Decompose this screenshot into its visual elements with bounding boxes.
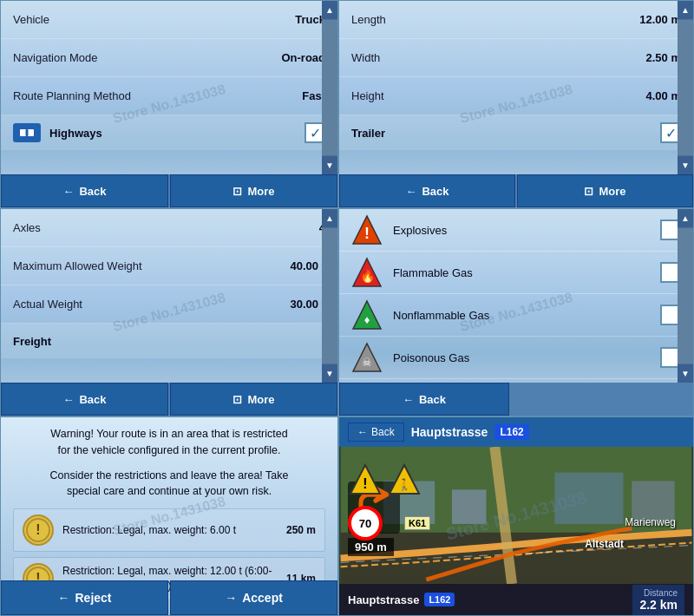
bottom-bar-3: ← Back ⊡ More [1,383,337,416]
svg-rect-2 [28,129,34,136]
height-value: 4.00 m [646,89,681,102]
distance-label: Distance [639,588,678,598]
length-label: Length [351,13,386,26]
warning-text-3: Consider the restrictions and leave the … [50,469,289,482]
restriction-text-1: Restriction: Legal, max. weight: 6.00 t [62,523,278,538]
back-label-4: Back [419,393,446,406]
back-label-2: Back [422,185,448,198]
trailer-label: Trailer [351,127,651,140]
distance-box: Distance 2.2 km [632,585,684,615]
scroll-down-btn-2[interactable]: ▼ [678,155,693,174]
more-icon-3: ⊡ [232,393,242,406]
map-back-icon: ← [357,426,368,438]
back-button-3[interactable]: ← Back [1,383,168,416]
scroll-down-btn-1[interactable]: ▼ [322,155,337,174]
max-weight-row: Maximum Allowed Weight 40.00 t [1,247,337,285]
pedestrian-sign: 🚶 [387,462,422,497]
scroll-up-btn-1[interactable]: ▲ [322,1,337,20]
reject-button[interactable]: ← Reject [1,580,168,615]
more-label-3: More [247,393,274,406]
scroll-up-btn-4[interactable]: ▲ [678,209,693,228]
warning-text-1: Warning! Your route is in an area that i… [50,428,287,440]
accept-label: Accept [242,591,283,605]
more-button-2[interactable]: ⊡ More [517,174,693,207]
poisonous-label: Poisonous Gas [393,351,650,364]
scroll-track-1 [322,20,337,155]
more-button-1[interactable]: ⊡ More [170,174,337,207]
axles-row: Axles 4 [1,209,337,247]
actual-weight-row: Actual Weight 30.00 t [1,285,337,324]
map-panel: ← Back Hauptstrasse L162 [338,416,694,616]
svg-text:☠: ☠ [362,356,372,369]
flammable-icon: 🔥 [351,257,383,288]
accept-button[interactable]: → Accept [170,580,337,615]
bottom-bar-4: ← Back [339,383,693,416]
length-row: Length 12.00 m [339,1,693,39]
nav-mode-label: Navigation Mode [13,51,98,64]
svg-text:🚶: 🚶 [397,477,412,492]
accept-arrow-icon: → [225,591,237,605]
width-value: 2.50 m [646,51,681,64]
map-back-label: Back [371,426,395,438]
more-icon-1: ⊡ [232,185,242,198]
back-button-1[interactable]: ← Back [1,174,168,207]
vehicle-row: Vehicle Truck [1,1,337,39]
height-label: Height [351,89,384,102]
restriction-label-1: Restriction: Legal, max. weight: 6.00 t [62,524,236,536]
scroll-up-btn-3[interactable]: ▲ [322,209,337,228]
warning-text-4: special care and continue at your own ri… [67,485,272,497]
back-arrow-icon-3: ← [62,393,74,406]
nonflammable-icon: ♦ [351,299,383,331]
width-label: Width [351,51,380,64]
warning-line1: Warning! Your route is in an area that i… [13,426,325,459]
scroll-down-btn-3[interactable]: ▼ [322,364,337,383]
back-arrow-icon-1: ← [62,185,74,198]
k61-badge: K61 [404,516,430,530]
scroll-track-4 [678,228,693,364]
map-street-badge: L162 [494,424,528,440]
map-back-button[interactable]: ← Back [348,423,404,442]
max-weight-label: Maximum Allowed Weight [13,259,142,272]
warning-text-2: for the vehicle configured in the curren… [57,444,280,456]
warning-sign: ! [348,462,383,497]
vehicle-label: Vehicle [13,13,49,26]
vehicle-value: Truck [295,13,325,26]
distance-value: 2.2 km [639,598,678,612]
nonflammable-label: Nonflammable Gas [393,309,650,322]
back-label-3: Back [79,393,106,406]
svg-text:!: ! [363,476,367,491]
map-bottom-badge: L162 [424,593,455,606]
highway-icon [13,123,41,142]
svg-text:🔥: 🔥 [360,269,376,284]
reject-accept-bar: ← Reject → Accept [1,580,337,615]
scroll-bar-2: ▲ ▼ [678,1,693,174]
route-planning-label: Route Planning Method [13,89,131,102]
freight-label: Freight [13,335,325,348]
map-top-bar: ← Back Hauptstrasse L162 [339,417,693,447]
distance-indicator: 950 m [348,538,394,556]
svg-rect-3 [26,130,29,135]
scroll-down-btn-4[interactable]: ▼ [678,364,693,383]
explosives-label: Explosives [393,224,650,237]
more-label-2: More [599,185,625,198]
back-arrow-icon-2: ← [405,185,416,198]
explosives-icon: ! [351,214,383,246]
bottom-bar-2: ← Back ⊡ More [339,174,693,207]
svg-text:♦: ♦ [364,313,370,326]
bottom-bar-1: ← Back ⊡ More [1,174,337,207]
explosives-row: ! Explosives [339,209,693,252]
scroll-bar-1: ▲ ▼ [322,1,337,174]
svg-text:!: ! [364,225,370,242]
nonflammable-row: ♦ Nonflammable Gas [339,294,693,337]
back-button-2[interactable]: ← Back [339,174,515,207]
more-button-3[interactable]: ⊡ More [170,383,337,416]
route-planning-row: Route Planning Method Fast [1,77,337,115]
map-bottom-street: Hauptstrasse [348,593,419,606]
scroll-up-btn-2[interactable]: ▲ [678,1,693,20]
back-button-4[interactable]: ← Back [339,383,509,416]
dimensions-panel: Length 12.00 m Width 2.50 m Height 4.00 … [338,0,694,208]
flammable-label: Flammable Gas [393,266,650,279]
svg-rect-1 [20,129,26,136]
axles-label: Axles [13,221,41,234]
scroll-bar-3: ▲ ▼ [322,209,337,383]
